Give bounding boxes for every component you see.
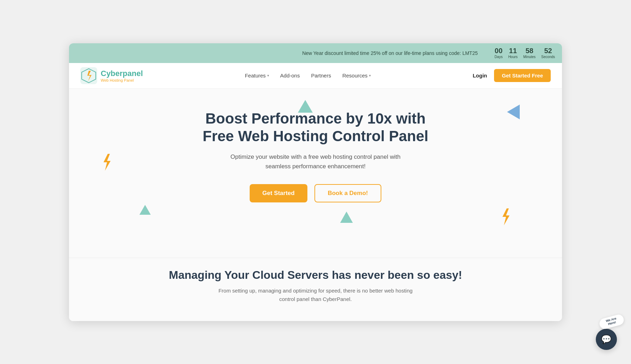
logo[interactable]: Cyberpanel Web Hosting Panel bbox=[80, 67, 143, 84]
days-label: Days bbox=[495, 55, 503, 59]
book-demo-button[interactable]: Book a Demo! bbox=[314, 184, 381, 202]
countdown-days: 00 Days bbox=[495, 47, 503, 59]
logo-subtitle: Web Hosting Panel bbox=[101, 78, 143, 82]
bottom-subtitle: From setting up, managing and optimizing… bbox=[213, 287, 418, 303]
nav-addons[interactable]: Add-ons bbox=[280, 73, 300, 79]
chat-widget[interactable]: 💬 bbox=[596, 329, 617, 350]
svg-marker-4 bbox=[139, 205, 151, 215]
hero-subtitle: Optimize your website with a free web ho… bbox=[224, 152, 407, 171]
countdown-hours: 11 Hours bbox=[508, 47, 518, 59]
countdown-minutes: 58 Minutes bbox=[523, 47, 536, 59]
bottom-section: Managing Your Cloud Servers has never be… bbox=[69, 258, 562, 321]
triangle-teal-bottom bbox=[340, 212, 353, 224]
minutes-label: Minutes bbox=[523, 55, 536, 59]
seconds-number: 52 bbox=[541, 47, 555, 54]
get-started-nav-button[interactable]: Get Started Free bbox=[494, 69, 551, 82]
seconds-label: Seconds bbox=[541, 55, 555, 59]
lightning-left-icon bbox=[101, 154, 112, 172]
hero-section: Boost Performance by 10x with Free Web H… bbox=[69, 89, 562, 258]
resources-chevron-icon: ▾ bbox=[369, 74, 371, 77]
svg-marker-5 bbox=[507, 105, 520, 119]
navbar: Cyberpanel Web Hosting Panel Features ▾ … bbox=[69, 63, 562, 89]
lightning-right-icon bbox=[500, 208, 511, 227]
svg-marker-8 bbox=[502, 208, 510, 225]
features-chevron-icon: ▾ bbox=[267, 74, 269, 77]
svg-marker-7 bbox=[104, 154, 111, 171]
countdown-seconds: 52 Seconds bbox=[541, 47, 555, 59]
minutes-number: 58 bbox=[523, 47, 536, 54]
logo-name: Cyberpanel bbox=[101, 69, 143, 78]
logo-icon bbox=[80, 67, 97, 84]
chat-icon: 💬 bbox=[601, 334, 612, 344]
triangle-teal-small bbox=[139, 205, 151, 216]
announcement-text: New Year discount limited time 25% off o… bbox=[285, 50, 494, 56]
nav-links: Features ▾ Add-ons Partners Resources ▾ bbox=[245, 73, 370, 79]
nav-partners[interactable]: Partners bbox=[311, 73, 331, 79]
announcement-bar: New Year discount limited time 25% off o… bbox=[69, 43, 562, 63]
bottom-title: Managing Your Cloud Servers has never be… bbox=[83, 269, 548, 282]
login-button[interactable]: Login bbox=[473, 73, 487, 79]
logo-text: Cyberpanel Web Hosting Panel bbox=[101, 69, 143, 82]
svg-marker-6 bbox=[340, 212, 353, 223]
we-are-here-label: We Are Here! bbox=[598, 313, 625, 330]
nav-actions: Login Get Started Free bbox=[473, 69, 551, 82]
get-started-hero-button[interactable]: Get Started bbox=[250, 184, 307, 202]
nav-features[interactable]: Features ▾ bbox=[245, 73, 269, 79]
hours-number: 11 bbox=[508, 47, 518, 54]
hero-buttons: Get Started Book a Demo! bbox=[83, 184, 548, 202]
nav-resources[interactable]: Resources ▾ bbox=[342, 73, 371, 79]
browser-window: New Year discount limited time 25% off o… bbox=[69, 43, 562, 321]
hours-label: Hours bbox=[508, 55, 518, 59]
hero-title: Boost Performance by 10x with Free Web H… bbox=[192, 110, 439, 145]
days-number: 00 bbox=[495, 47, 503, 54]
countdown: 00 Days 11 Hours 58 Minutes 52 Seconds bbox=[495, 47, 555, 59]
triangle-blue-right bbox=[507, 105, 520, 121]
